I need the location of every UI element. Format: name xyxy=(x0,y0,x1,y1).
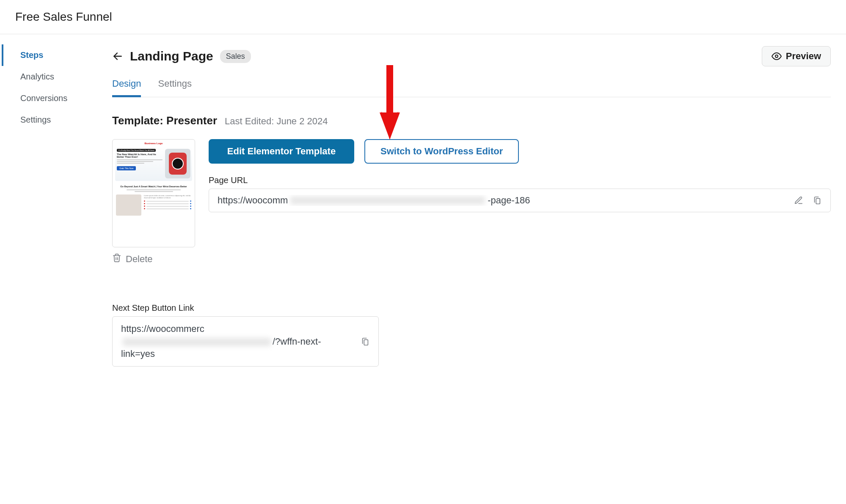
thumb-lorem: Lorem ipsum dolor sit amet, consectetur … xyxy=(144,194,191,199)
page-url-suffix: -page-186 xyxy=(488,195,530,206)
tab-label: Design xyxy=(112,78,141,89)
page-type-badge: Sales xyxy=(220,50,251,63)
sidebar-item-label: Steps xyxy=(20,50,43,60)
page-url-redacted xyxy=(290,196,485,205)
page-title: Landing Page xyxy=(130,49,213,63)
button-label: Edit Elementor Template xyxy=(227,146,336,156)
funnel-title: Free Sales Funnel xyxy=(15,10,831,24)
button-label: Switch to WordPress Editor xyxy=(380,146,503,156)
delete-button[interactable]: Delete xyxy=(112,253,195,265)
thumb-cta: Grab This Now xyxy=(117,166,136,170)
next-step-url-prefix: https://woocommerc xyxy=(121,323,204,334)
next-step-url-field: https://woocommerc/?wffn-next-link=yes xyxy=(112,316,379,367)
back-arrow-icon[interactable] xyxy=(112,51,123,62)
svg-point-1 xyxy=(775,55,778,58)
thumb-watch-image xyxy=(165,149,190,178)
thumb-pill: It's Finally Here! The Smart Watch You A… xyxy=(117,149,156,152)
sidebar: Steps Analytics Conversions Settings xyxy=(0,34,104,383)
delete-label: Delete xyxy=(126,254,153,265)
tab-settings[interactable]: Settings xyxy=(158,78,192,97)
sidebar-item-label: Analytics xyxy=(20,72,54,81)
preview-button[interactable]: Preview xyxy=(762,46,831,66)
main-content: Landing Page Sales Preview Design Settin… xyxy=(104,34,846,383)
edit-elementor-template-button[interactable]: Edit Elementor Template xyxy=(209,139,354,164)
next-step-url-redacted xyxy=(123,338,271,346)
template-thumbnail[interactable]: Business Logo It's Finally Here! The Sma… xyxy=(112,139,195,247)
page-url-field: https://woocomm -page-186 xyxy=(209,189,831,212)
sidebar-item-analytics[interactable]: Analytics xyxy=(2,66,104,88)
last-edited-prefix: Last Edited: xyxy=(225,116,276,126)
page-url-label: Page URL xyxy=(209,175,831,185)
thumb-hero-title: The New WatchIt Is Here, And Its Better … xyxy=(117,153,163,158)
eye-icon xyxy=(772,51,782,61)
preview-label: Preview xyxy=(786,51,821,62)
sidebar-item-settings[interactable]: Settings xyxy=(2,109,104,131)
thumb-image xyxy=(116,194,141,216)
sidebar-item-label: Settings xyxy=(20,115,51,124)
last-edited-value: June 2 2024 xyxy=(276,116,328,126)
tabs: Design Settings xyxy=(112,78,831,97)
sidebar-item-conversions[interactable]: Conversions xyxy=(2,88,104,109)
svg-rect-4 xyxy=(364,340,368,345)
template-name: Presenter xyxy=(166,114,217,127)
tab-label: Settings xyxy=(158,78,192,89)
sidebar-item-steps[interactable]: Steps xyxy=(2,44,104,66)
thumb-logo: Business Logo xyxy=(115,142,192,145)
template-info: Template: Presenter Last Edited: June 2 … xyxy=(112,114,831,127)
copy-url-button[interactable] xyxy=(813,195,822,206)
next-step-label: Next Step Button Link xyxy=(112,303,379,313)
template-label-prefix: Template: xyxy=(112,114,166,127)
trash-icon xyxy=(112,253,121,265)
sidebar-item-label: Conversions xyxy=(20,93,67,103)
copy-next-step-button[interactable] xyxy=(361,336,370,347)
tab-design[interactable]: Design xyxy=(112,78,141,97)
red-arrow-annotation xyxy=(378,65,402,143)
thumb-subheading: Go Beyond Just A Smart Watch | Your Wris… xyxy=(118,185,190,188)
page-url-prefix: https://woocomm xyxy=(218,195,288,206)
edit-url-button[interactable] xyxy=(794,195,803,206)
switch-wordpress-editor-button[interactable]: Switch to WordPress Editor xyxy=(364,139,519,164)
top-header: Free Sales Funnel xyxy=(0,0,846,34)
svg-rect-3 xyxy=(816,198,820,204)
